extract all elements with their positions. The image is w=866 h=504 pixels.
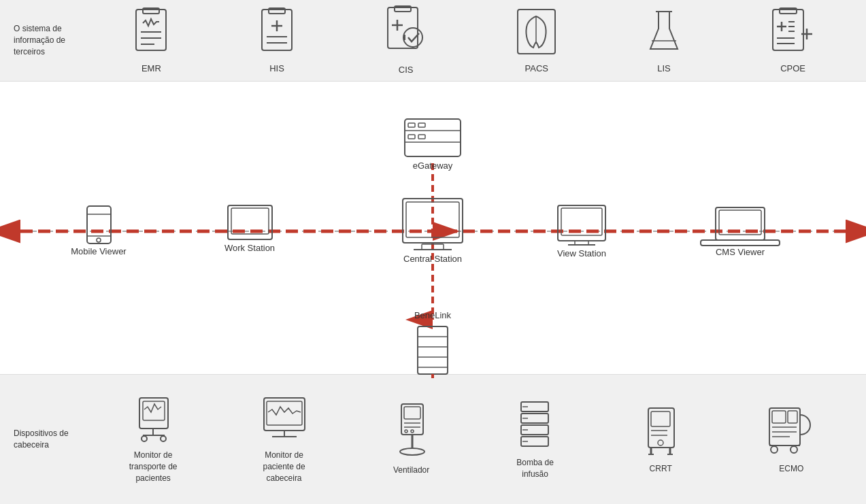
- crrt-icon: [639, 405, 683, 459]
- svg-rect-40: [405, 119, 461, 156]
- middle-section: eGateway Mobile Viewer Work Station Cent…: [0, 82, 866, 374]
- monitor-transporte-icon: [129, 394, 177, 446]
- bottom-section-label: Dispositivos de cabeceira: [7, 428, 88, 451]
- svg-point-16: [403, 28, 422, 47]
- svg-rect-78: [143, 401, 165, 420]
- svg-point-119: [771, 446, 778, 453]
- top-item-cis: CIS: [382, 6, 430, 75]
- svg-rect-43: [408, 123, 415, 127]
- top-item-emr: EMR: [131, 8, 171, 73]
- svg-rect-66: [716, 207, 765, 240]
- svg-rect-46: [418, 135, 425, 139]
- svg-point-51: [97, 238, 101, 242]
- lis-label: LIS: [657, 63, 671, 73]
- svg-text:eGateway: eGateway: [413, 161, 453, 171]
- svg-text:CMS Viewer: CMS Viewer: [716, 247, 765, 257]
- svg-point-107: [658, 440, 663, 446]
- svg-rect-114: [788, 411, 797, 423]
- top-item-lis: LIS: [644, 8, 684, 73]
- svg-text:BeneLink: BeneLink: [414, 310, 452, 320]
- svg-rect-45: [408, 135, 415, 139]
- svg-text:Mobile Viewer: Mobile Viewer: [71, 246, 127, 256]
- monitor-transporte-label: Monitor detransporte depacientes: [129, 450, 178, 484]
- bottom-section: Dispositivos de cabeceira Monitor detran…: [0, 374, 866, 504]
- lis-icon: [644, 8, 684, 59]
- top-section-label: O sistema de informação de terceiros: [7, 23, 88, 57]
- bottom-item-ventilador: Ventilador: [391, 403, 432, 476]
- cis-icon: [382, 6, 430, 61]
- monitor-paciente-label: Monitor depaciente decabeceira: [263, 450, 305, 484]
- pacs-label: PACS: [525, 63, 548, 73]
- svg-point-92: [411, 430, 414, 433]
- svg-text:View Station: View Station: [557, 248, 606, 258]
- top-item-his: HIS: [256, 8, 297, 73]
- ventilador-icon: [391, 403, 432, 460]
- emr-icon: [131, 8, 171, 59]
- svg-rect-84: [267, 401, 302, 425]
- top-items: EMR HIS CIS: [88, 6, 859, 75]
- emr-label: EMR: [141, 63, 161, 73]
- bottom-item-monitor-paciente: Monitor depaciente decabeceira: [259, 394, 310, 484]
- cis-label: CIS: [399, 65, 414, 75]
- network-diagram: eGateway Mobile Viewer Work Station Cent…: [0, 82, 866, 374]
- top-section: O sistema de informação de terceiros EMR: [0, 0, 866, 82]
- svg-text:Central Station: Central Station: [403, 254, 462, 264]
- bottom-item-ecmo: ECMO: [764, 405, 818, 475]
- svg-rect-113: [772, 411, 786, 423]
- crrt-label: CRRT: [650, 463, 672, 475]
- cpoe-icon: [769, 8, 817, 59]
- ecmo-icon: [764, 405, 818, 459]
- svg-rect-77: [139, 398, 168, 429]
- top-item-cpoe: CPOE: [769, 8, 817, 73]
- svg-rect-104: [651, 411, 670, 426]
- bomba-icon: [513, 399, 557, 453]
- monitor-paciente-icon: [259, 394, 310, 446]
- svg-rect-83: [264, 398, 305, 431]
- ecmo-label: ECMO: [779, 463, 803, 475]
- pacs-icon: [514, 8, 559, 59]
- svg-text:Work Station: Work Station: [224, 243, 275, 253]
- cpoe-label: CPOE: [780, 63, 805, 73]
- his-label: HIS: [269, 63, 284, 73]
- svg-rect-44: [418, 123, 425, 127]
- svg-point-81: [141, 436, 147, 441]
- svg-point-94: [400, 448, 424, 455]
- his-icon: [256, 8, 297, 59]
- svg-point-82: [161, 436, 166, 441]
- ventilador-label: Ventilador: [393, 465, 429, 476]
- svg-point-120: [790, 446, 797, 453]
- svg-rect-68: [701, 240, 780, 246]
- bottom-item-monitor-transporte: Monitor detransporte depacientes: [129, 394, 178, 484]
- svg-rect-88: [404, 407, 420, 419]
- bottom-items: Monitor detransporte depacientes Monitor…: [88, 394, 859, 484]
- svg-point-91: [405, 430, 407, 433]
- bomba-label: Bomba deinfusão: [516, 457, 554, 480]
- bottom-item-bomba: Bomba deinfusão: [513, 399, 557, 480]
- top-item-pacs: PACS: [514, 8, 559, 73]
- bottom-item-crrt: CRRT: [639, 405, 683, 475]
